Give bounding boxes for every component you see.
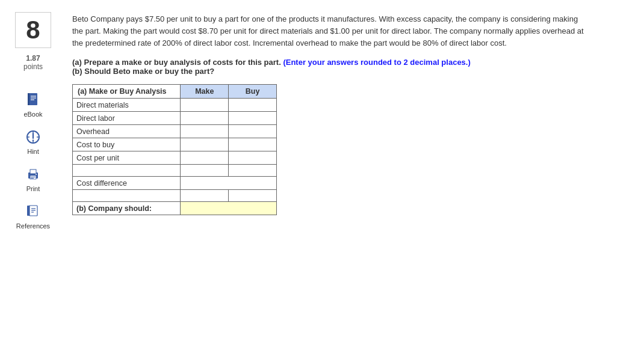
table-row: Direct labor bbox=[73, 112, 277, 125]
buy-input-cost-per-unit-field[interactable] bbox=[229, 151, 276, 164]
buy-input-cost-to-buy[interactable] bbox=[229, 138, 277, 151]
make-input-direct-labor[interactable] bbox=[181, 112, 229, 125]
row-label-cost-to-buy: Cost to buy bbox=[73, 138, 181, 151]
buy-input-overhead[interactable] bbox=[229, 125, 277, 138]
buy-input-overhead-field[interactable] bbox=[229, 125, 276, 138]
print-icon bbox=[25, 166, 42, 183]
part-b-input-field[interactable] bbox=[181, 202, 276, 215]
table-header-label: (a) Make or Buy Analysis bbox=[73, 85, 181, 99]
row-label-direct-materials: Direct materials bbox=[73, 99, 181, 112]
buy-input-cost-to-buy-field[interactable] bbox=[229, 138, 276, 151]
buy-input-direct-labor-field[interactable] bbox=[229, 112, 276, 124]
question-number-box: 8 bbox=[15, 12, 51, 48]
table-row: Direct materials bbox=[73, 99, 277, 112]
instruction-b-label: (b) Should Beto make or buy the part? bbox=[72, 67, 214, 76]
make-input-overhead[interactable] bbox=[181, 125, 229, 138]
buy-input-direct-labor[interactable] bbox=[229, 112, 277, 125]
table-row-cost-difference: Cost difference bbox=[73, 177, 277, 190]
table-row: Overhead bbox=[73, 125, 277, 138]
question-text: Beto Company pays $7.50 per unit to buy … bbox=[72, 13, 590, 49]
sidebar: 8 1.87 points eBook bbox=[0, 10, 66, 230]
table-header-buy: Buy bbox=[229, 85, 277, 99]
points-value: 1.87 bbox=[26, 54, 40, 63]
svg-point-17 bbox=[36, 174, 37, 175]
cost-difference-input[interactable] bbox=[181, 177, 277, 190]
table-row: Cost per unit bbox=[73, 151, 277, 165]
cost-difference-input-field[interactable] bbox=[181, 177, 276, 189]
buy-input-cost-per-unit[interactable] bbox=[229, 151, 277, 165]
main-content: Beto Company pays $7.50 per unit to buy … bbox=[66, 10, 644, 230]
points-text: points bbox=[23, 63, 43, 71]
instructions: (a) Prepare a make or buy analysis of co… bbox=[72, 58, 632, 76]
print-label: Print bbox=[26, 185, 40, 192]
buy-input-direct-materials[interactable] bbox=[229, 99, 277, 112]
points-label: 1.87 points bbox=[23, 54, 43, 71]
references-label: References bbox=[16, 222, 50, 230]
analysis-table: (a) Make or Buy Analysis Make Buy Direct… bbox=[72, 84, 277, 215]
table-header-make: Make bbox=[181, 85, 229, 99]
row-label-overhead: Overhead bbox=[73, 125, 181, 138]
part-b-input[interactable] bbox=[181, 202, 277, 215]
references-icon bbox=[25, 203, 42, 220]
part-b-label: (b) Company should: bbox=[73, 202, 181, 215]
ebook-icon bbox=[25, 91, 42, 108]
row-label-direct-labor: Direct labor bbox=[73, 112, 181, 125]
make-input-overhead-field[interactable] bbox=[181, 125, 228, 138]
hint-icon bbox=[25, 129, 42, 145]
empty-row bbox=[73, 165, 277, 177]
sidebar-tools: eBook Hint bbox=[16, 91, 50, 230]
make-input-cost-per-unit-field[interactable] bbox=[181, 151, 228, 164]
question-number: 8 bbox=[26, 16, 40, 44]
make-input-direct-materials[interactable] bbox=[181, 99, 229, 112]
make-input-cost-per-unit[interactable] bbox=[181, 151, 229, 165]
row-label-cost-per-unit: Cost per unit bbox=[73, 151, 181, 165]
make-input-cost-to-buy[interactable] bbox=[181, 138, 229, 151]
references-tool[interactable]: References bbox=[16, 203, 50, 230]
empty-row-2 bbox=[73, 190, 277, 202]
hint-tool[interactable]: Hint bbox=[25, 129, 42, 155]
hint-label: Hint bbox=[27, 148, 39, 155]
ebook-tool[interactable]: eBook bbox=[23, 91, 42, 118]
svg-rect-13 bbox=[30, 169, 36, 174]
print-tool[interactable]: Print bbox=[25, 166, 42, 192]
table-wrapper: (a) Make or Buy Analysis Make Buy Direct… bbox=[72, 84, 632, 215]
instruction-a-note: (Enter your answers rounded to 2 decimal… bbox=[283, 58, 470, 67]
instruction-a-label: (a) Prepare a make or buy analysis of co… bbox=[72, 58, 281, 67]
make-input-direct-labor-field[interactable] bbox=[181, 112, 228, 124]
part-b-row: (b) Company should: bbox=[73, 202, 277, 215]
svg-rect-15 bbox=[31, 177, 36, 177]
make-input-cost-to-buy-field[interactable] bbox=[181, 138, 228, 151]
buy-input-direct-materials-field[interactable] bbox=[229, 99, 276, 111]
svg-rect-1 bbox=[28, 93, 29, 105]
table-row: Cost to buy bbox=[73, 138, 277, 151]
row-label-cost-difference: Cost difference bbox=[73, 177, 181, 190]
svg-rect-16 bbox=[31, 178, 34, 179]
ebook-label: eBook bbox=[23, 111, 42, 118]
make-input-direct-materials-field[interactable] bbox=[181, 99, 228, 111]
